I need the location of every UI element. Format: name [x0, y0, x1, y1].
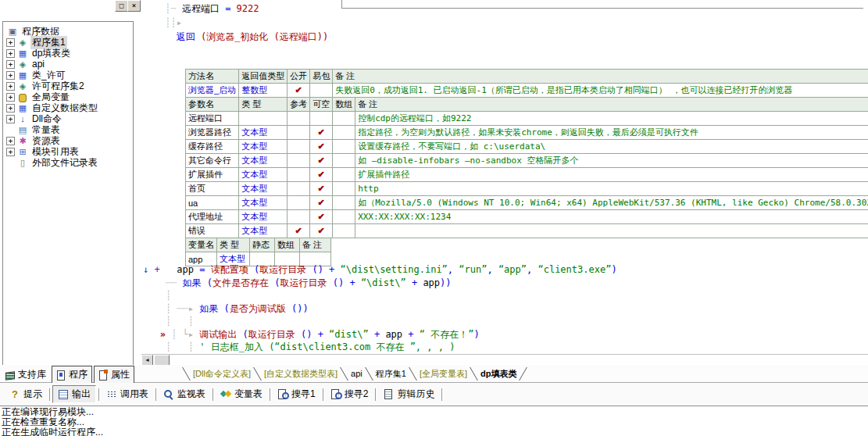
- code-line[interactable]: ┊ ┈┈▸ 如果 (是否为调试版 ()): [143, 302, 617, 316]
- doc-tab-0[interactable]: [Dll命令定义表]: [193, 368, 251, 380]
- code-line[interactable]: » ┊ └▸ 调试输出 (取运行目录 () + “dist\” + app + …: [143, 328, 617, 341]
- method-table-row: 浏览器_启动整数型✔失败返回0，成功返回1. 已启动返回-1（所谓已启动，是指已…: [186, 84, 868, 98]
- tab-separator: [365, 367, 373, 381]
- toolbar-label: 变量表: [234, 388, 263, 401]
- table-cell: ✔: [310, 182, 333, 196]
- toolbar-search-button[interactable]: 搜寻1: [273, 386, 320, 402]
- toolbar-vars-button[interactable]: 变量表: [216, 386, 267, 402]
- table-cell: [310, 112, 333, 126]
- method-table-row: 代理地址文本型✔XXX:XX:XXX:XX:1234: [186, 210, 868, 224]
- code-line[interactable]: ┊: [143, 289, 617, 302]
- toolbar-clips-button[interactable]: 剪辑历史: [378, 386, 439, 402]
- code-line[interactable]: ┊┈ 远程端口 = 9222: [159, 2, 328, 16]
- doc-tab-3[interactable]: 程序集1: [376, 368, 406, 380]
- search-icon: [277, 389, 288, 399]
- table-cell[interactable]: 文本型: [239, 168, 288, 182]
- table-cell[interactable]: 文本型: [239, 210, 288, 224]
- expander-icon[interactable]: +: [6, 38, 15, 47]
- toolbar-search-button[interactable]: 搜寻2: [326, 386, 373, 402]
- sidebar-item-3[interactable]: +api: [3, 59, 133, 70]
- toolbar-output-button[interactable]: 输出: [52, 385, 96, 403]
- scroll-left-arrow-icon[interactable]: ◄: [141, 355, 153, 366]
- table-cell: 静态: [250, 238, 275, 252]
- table-cell: [288, 168, 310, 182]
- expander-icon[interactable]: +: [6, 82, 15, 91]
- toolbar-label: 调用表: [120, 388, 148, 401]
- code-line[interactable]: ┊┊▸: [159, 16, 328, 30]
- panel-close-button[interactable]: ×: [127, 0, 141, 12]
- table-cell: 失败返回0，成功返回1. 已启动返回-1（所谓已启动，是指已用本类启动了相同端口…: [333, 84, 868, 98]
- expander-icon[interactable]: +: [6, 137, 15, 145]
- table-cell: [333, 140, 355, 154]
- code-line[interactable]: ┊ ┊ ' 日志框_加入 (“dist\client3.com 不存在 ”, ,…: [143, 341, 617, 354]
- panel-tab-0[interactable]: 支持库: [2, 366, 50, 383]
- expander-icon[interactable]: +: [6, 71, 15, 80]
- books-icon: [5, 370, 16, 380]
- toolbar-label: 提示: [23, 388, 42, 401]
- sidebar-item-7[interactable]: +自定义数据类型: [3, 102, 133, 113]
- table-cell[interactable]: 文本型: [239, 182, 288, 196]
- table-cell[interactable]: 浏览器_启动: [186, 84, 239, 98]
- output-line: 正在编译现行易模块...: [2, 407, 868, 417]
- sidebar-item-12[interactable]: 外部文件记录表: [3, 157, 133, 168]
- sidebar-item-8[interactable]: +Dll命令: [3, 113, 133, 124]
- table-cell: 指定路径，为空则为默认路径，如果未安装chrome，则返回失败，最后必须是可执行…: [355, 126, 868, 140]
- table-cell: 控制cdp的远程端口，如9222: [355, 112, 868, 126]
- horizontal-scrollbar[interactable]: ◄: [141, 354, 868, 366]
- variable-table-header-row: 变量名类 型静态数组备 注: [186, 238, 331, 252]
- expander-icon[interactable]: +: [6, 115, 15, 123]
- toolbar-hint-button[interactable]: 提示: [5, 386, 47, 402]
- table-cell: 参数名: [186, 98, 239, 112]
- code-block-top[interactable]: ┊┈ 远程端口 = 9222 ┊┊▸ 返回 (浏览器_初始化 (远程端口)): [159, 2, 328, 44]
- expander-icon[interactable]: +: [6, 104, 15, 113]
- tab-separator: [520, 367, 528, 381]
- toolbar-label: 剪辑历史: [397, 388, 434, 401]
- output-line: 正在检查重复名称...: [2, 417, 868, 427]
- method-table-row: 错误文本型✔✔: [186, 224, 868, 238]
- doc-tab-4[interactable]: [全局变量表]: [420, 368, 467, 380]
- toolbar-watch-button[interactable]: 监视表: [159, 386, 210, 402]
- code-line[interactable]: ↓ + app = 读配置项 (取运行目录 () + “\dist\settin…: [143, 263, 617, 277]
- expander-icon[interactable]: +: [6, 93, 15, 102]
- sidebar-item-0[interactable]: 程序数据: [3, 26, 133, 37]
- sidebar-item-2[interactable]: +dp填表类: [3, 48, 133, 59]
- code-line[interactable]: ┈┈ 如果 (文件是否存在 (取运行目录 () + “\dist\” + app…: [143, 277, 617, 290]
- code-line[interactable]: 返回 (浏览器_初始化 (远程端口)): [159, 30, 328, 44]
- panel-maximize-button[interactable]: □: [115, 0, 128, 12]
- panel-tab-2[interactable]: 属性: [94, 366, 134, 384]
- editor-top-tick: [341, 0, 342, 8]
- table-cell[interactable]: 整数型: [239, 84, 288, 98]
- table-cell[interactable]: 文本型: [239, 126, 288, 140]
- doc-tab-5[interactable]: dp填表类: [480, 368, 516, 380]
- method-table-row: 缓存路径文本型✔设置缓存路径，不要写端口，如 c:\userdata\: [186, 140, 868, 154]
- table-cell[interactable]: 文本型: [239, 224, 288, 238]
- table-cell: [333, 168, 355, 182]
- table-cell[interactable]: 文本型: [239, 154, 288, 168]
- code-line[interactable]: ┊ ┊: [143, 315, 617, 328]
- panel-tab-1[interactable]: 程序: [52, 366, 92, 384]
- variable-table: 变量名类 型静态数组备 注app文本型: [185, 238, 331, 266]
- table-cell: ✔: [288, 84, 310, 98]
- program-icon: [56, 370, 66, 380]
- watch-icon: [163, 389, 174, 399]
- doc-tab-1[interactable]: [自定义数据类型表]: [264, 368, 338, 380]
- method-table-header-row: 参数名类 型参考可空数组备 注: [186, 98, 868, 112]
- table-cell: [288, 140, 310, 154]
- code-block-bottom[interactable]: ↓ + app = 读配置项 (取运行目录 () + “\dist\settin…: [143, 263, 617, 354]
- expander-icon[interactable]: +: [6, 49, 15, 58]
- toolbar-separator: [213, 388, 213, 401]
- table-cell: [288, 210, 310, 224]
- table-cell[interactable]: 文本型: [239, 196, 288, 210]
- sidebar-item-9[interactable]: 常量表: [3, 124, 133, 135]
- table-cell: 可空: [310, 98, 333, 112]
- expander-icon[interactable]: +: [6, 148, 15, 156]
- scroll-thumb[interactable]: [154, 355, 170, 366]
- toolbar-calls-button[interactable]: 调用表: [102, 386, 153, 402]
- table-cell: [355, 224, 868, 238]
- class-icon: [17, 70, 28, 80]
- doc-tab-2[interactable]: api: [351, 369, 363, 378]
- table-cell: 缓存路径: [186, 140, 239, 154]
- table-cell: 数组: [333, 98, 355, 112]
- expander-icon[interactable]: +: [6, 60, 15, 69]
- table-cell[interactable]: 文本型: [239, 140, 288, 154]
